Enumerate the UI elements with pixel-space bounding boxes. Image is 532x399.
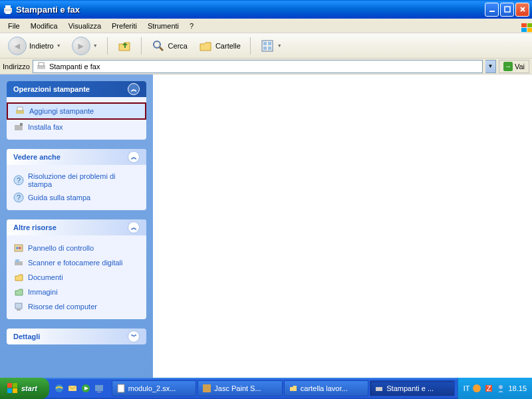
address-value: Stampanti e fax bbox=[49, 63, 100, 70]
menu-view[interactable]: Visualizza bbox=[63, 20, 106, 32]
link-my-computer[interactable]: Risorse del computer bbox=[13, 299, 140, 314]
panel-title: Dettagli bbox=[13, 332, 40, 340]
link-label: Risorse del computer bbox=[28, 303, 97, 311]
panel-body: Pannello di controllo Scanner e fotocame… bbox=[7, 235, 146, 319]
separator bbox=[107, 37, 108, 55]
svg-rect-2 bbox=[5, 11, 11, 14]
start-label: start bbox=[21, 384, 37, 392]
address-label: Indirizzo bbox=[3, 63, 30, 70]
link-control-panel[interactable]: Pannello di controllo bbox=[13, 241, 140, 255]
task-add-printer[interactable]: Aggiungi stampante bbox=[7, 102, 146, 120]
svg-rect-3 bbox=[489, 11, 495, 12]
search-button[interactable]: Cerca bbox=[147, 36, 192, 56]
taskbar-item-label: Stampanti e ... bbox=[386, 384, 434, 392]
taskbar-item[interactable]: cartella lavor... bbox=[284, 380, 368, 396]
close-button[interactable] bbox=[515, 3, 529, 17]
back-label: Indietro bbox=[29, 42, 54, 50]
go-label: Vai bbox=[515, 63, 525, 70]
svg-rect-7 bbox=[521, 28, 527, 32]
taskbar-items: modulo_2.sx... Jasc Paint S... cartella … bbox=[109, 380, 458, 396]
task-install-fax[interactable]: Installa fax bbox=[13, 120, 140, 134]
panel-header[interactable]: Dettagli ︾ bbox=[7, 329, 146, 344]
panel-printer-ops: Operazioni stampante ︽ Aggiungi stampant… bbox=[7, 81, 146, 140]
scanner-icon bbox=[13, 257, 24, 268]
panel-header[interactable]: Vedere anche ︽ bbox=[7, 149, 146, 165]
printer-icon bbox=[36, 61, 47, 72]
folders-icon bbox=[198, 39, 213, 53]
doc-icon bbox=[116, 384, 126, 393]
link-scanners[interactable]: Scanner e fotocamere digitali bbox=[13, 255, 140, 270]
menu-help[interactable]: ? bbox=[184, 20, 199, 32]
svg-rect-33 bbox=[7, 383, 12, 388]
language-indicator[interactable]: IT bbox=[464, 384, 470, 392]
tasks-sidebar: Operazioni stampante ︽ Aggiungi stampant… bbox=[0, 74, 153, 378]
ql-email-icon[interactable] bbox=[66, 381, 78, 396]
window-title: Stampanti e fax bbox=[16, 5, 485, 15]
svg-rect-45 bbox=[376, 387, 382, 391]
collapse-icon: ︽ bbox=[128, 221, 140, 233]
svg-point-46 bbox=[473, 384, 481, 392]
address-input[interactable]: Stampanti e fax bbox=[33, 60, 483, 73]
tray-icon[interactable] bbox=[472, 384, 481, 393]
views-button[interactable]: ▼ bbox=[256, 36, 286, 56]
tray-icon[interactable]: Z bbox=[484, 384, 493, 393]
ql-media-icon[interactable] bbox=[80, 381, 92, 396]
menu-file[interactable]: File bbox=[3, 20, 25, 32]
taskbar-item-active[interactable]: Stampanti e ... bbox=[370, 380, 454, 396]
dropdown-icon: ▼ bbox=[93, 43, 98, 48]
link-label: Documenti bbox=[28, 273, 63, 281]
link-documents[interactable]: Documenti bbox=[13, 270, 140, 285]
folder-icon bbox=[289, 384, 298, 393]
address-dropdown[interactable]: ▼ bbox=[485, 60, 496, 73]
content-area bbox=[153, 74, 532, 378]
svg-rect-32 bbox=[17, 309, 21, 311]
help-icon: ? bbox=[13, 175, 24, 186]
forward-button[interactable]: ► ▼ bbox=[68, 34, 102, 58]
panel-header[interactable]: Altre risorse ︽ bbox=[7, 219, 146, 235]
maximize-button[interactable] bbox=[500, 3, 514, 17]
svg-point-27 bbox=[16, 247, 19, 249]
svg-rect-43 bbox=[118, 384, 124, 392]
panel-header[interactable]: Operazioni stampante ︽ bbox=[7, 81, 146, 97]
go-button[interactable]: → Vai bbox=[499, 60, 529, 73]
link-images[interactable]: Immagini bbox=[13, 285, 140, 299]
ql-desktop-icon[interactable] bbox=[93, 381, 105, 396]
addressbar: Indirizzo Stampanti e fax ▼ → Vai bbox=[0, 59, 532, 74]
task-label: Installa fax bbox=[28, 123, 63, 131]
start-button[interactable]: start bbox=[0, 378, 49, 399]
clock[interactable]: 18.15 bbox=[508, 384, 527, 392]
svg-rect-8 bbox=[527, 28, 532, 32]
panel-see-also: Vedere anche ︽ ? Risoluzione dei problem… bbox=[7, 149, 146, 210]
up-button[interactable] bbox=[113, 36, 136, 56]
control-panel-icon bbox=[13, 243, 24, 253]
task-print-help[interactable]: ? Guida sulla stampa bbox=[13, 190, 140, 205]
task-troubleshoot[interactable]: ? Risoluzione dei problemi di stampa bbox=[13, 170, 140, 190]
svg-rect-1 bbox=[5, 5, 11, 9]
menu-favorites[interactable]: Preferiti bbox=[106, 20, 142, 32]
link-label: Scanner e fotocamere digitali bbox=[28, 259, 122, 267]
svg-rect-42 bbox=[97, 392, 101, 392]
computer-icon bbox=[13, 301, 24, 312]
back-icon: ◄ bbox=[8, 37, 27, 55]
views-icon bbox=[260, 39, 275, 53]
minimize-button[interactable] bbox=[485, 3, 499, 17]
printer-add-icon bbox=[15, 106, 25, 116]
search-icon bbox=[151, 39, 166, 53]
forward-icon: ► bbox=[72, 37, 90, 55]
ql-ie-icon[interactable] bbox=[53, 381, 65, 396]
svg-rect-44 bbox=[203, 384, 211, 392]
menu-edit[interactable]: Modifica bbox=[25, 20, 63, 32]
folders-button[interactable]: Cartelle bbox=[194, 36, 245, 56]
taskbar-item[interactable]: Jasc Paint S... bbox=[198, 380, 282, 396]
taskbar-item[interactable]: modulo_2.sx... bbox=[112, 380, 196, 396]
back-button[interactable]: ◄ Indietro ▼ bbox=[4, 34, 65, 58]
svg-rect-35 bbox=[7, 388, 12, 393]
expand-icon: ︾ bbox=[128, 331, 140, 342]
menu-tools[interactable]: Strumenti bbox=[142, 20, 184, 32]
collapse-icon: ︽ bbox=[128, 83, 140, 95]
svg-rect-19 bbox=[17, 107, 23, 110]
panel-details: Dettagli ︾ bbox=[7, 329, 146, 344]
dropdown-icon: ▼ bbox=[277, 43, 282, 48]
panel-title: Vedere anche bbox=[13, 153, 61, 161]
tray-icon[interactable] bbox=[496, 384, 505, 393]
